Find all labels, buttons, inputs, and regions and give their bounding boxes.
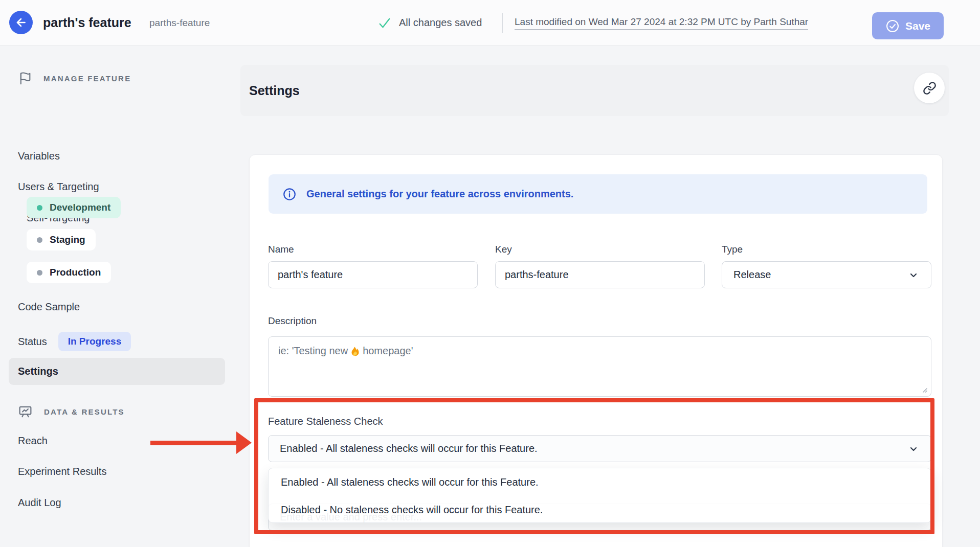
- description-textarea[interactable]: ie: 'Testing new homepage': [268, 336, 931, 397]
- sidebar-item-experiment-results[interactable]: Experiment Results: [18, 463, 106, 480]
- resize-grip-icon[interactable]: [917, 382, 929, 394]
- topbar-divider: [502, 13, 503, 33]
- sidebar-item-code-sample[interactable]: Code Sample: [18, 298, 80, 315]
- environment-label: Development: [50, 202, 110, 213]
- back-button[interactable]: [9, 11, 33, 34]
- sidebar-item-audit-log[interactable]: Audit Log: [18, 494, 61, 511]
- staleness-select-value: Enabled - All staleness checks will occu…: [280, 443, 538, 454]
- staleness-label: Feature Staleness Check: [268, 416, 383, 427]
- data-results-section: DATA & RESULTS: [18, 404, 125, 419]
- name-label: Name: [268, 244, 294, 255]
- save-button-label: Save: [905, 20, 930, 32]
- presentation-chart-icon: [18, 404, 33, 419]
- environment-badge-staging[interactable]: Staging: [27, 229, 96, 250]
- environment-dot-icon: [37, 237, 42, 243]
- info-banner: General settings for your feature across…: [269, 174, 927, 214]
- sidebar-item-reach[interactable]: Reach: [18, 432, 48, 449]
- description-placeholder-before: ie: 'Testing new: [278, 345, 348, 357]
- copy-link-button[interactable]: [914, 73, 945, 103]
- saved-status: All changes saved: [399, 0, 482, 45]
- environment-dot-icon: [37, 270, 42, 276]
- sidebar-item-settings[interactable]: Settings: [9, 358, 225, 385]
- key-field[interactable]: [495, 261, 705, 288]
- topbar: parth's feature parths-feature All chang…: [0, 0, 980, 45]
- manage-feature-label: MANAGE FEATURE: [43, 74, 131, 83]
- description-placeholder: ie: 'Testing new homepage': [278, 345, 413, 357]
- data-results-label: DATA & RESULTS: [44, 407, 125, 416]
- circle-check-icon: [885, 19, 900, 33]
- chevron-down-icon: [907, 269, 920, 281]
- staleness-select[interactable]: Enabled - All staleness checks will occu…: [268, 435, 931, 462]
- sidebar-item-users-targeting[interactable]: Users & Targeting: [18, 178, 99, 195]
- flag-icon: [18, 71, 32, 85]
- main-content: Settings General settings for your featu…: [240, 45, 980, 547]
- flame-icon: [350, 345, 361, 357]
- settings-header-panel: Settings: [240, 65, 949, 116]
- type-select-value: Release: [733, 269, 771, 281]
- environment-badge-production[interactable]: Production: [27, 262, 111, 283]
- status-badge[interactable]: In Progress: [58, 332, 131, 351]
- environment-label: Production: [50, 267, 101, 278]
- type-label: Type: [722, 244, 743, 255]
- info-icon: [282, 187, 297, 201]
- feature-key: parths-feature: [149, 0, 210, 45]
- staleness-dropdown-menu: Enabled - All staleness checks will occu…: [268, 468, 931, 523]
- last-modified[interactable]: Last modified on Wed Mar 27 2024 at 2:32…: [515, 0, 808, 45]
- staleness-option-disabled[interactable]: Disabled - No staleness checks will occu…: [269, 496, 931, 523]
- staleness-option-enabled[interactable]: Enabled - All staleness checks will occu…: [269, 468, 931, 496]
- key-label: Key: [495, 244, 512, 255]
- sidebar: MANAGE FEATURE Variables Users & Targeti…: [0, 45, 240, 547]
- sidebar-item-variables[interactable]: Variables: [18, 147, 60, 165]
- link-icon: [923, 81, 937, 95]
- description-placeholder-after: homepage': [363, 345, 413, 357]
- settings-panel-title: Settings: [249, 65, 300, 116]
- last-modified-text: Last modified on Wed Mar 27 2024 at 2:32…: [515, 16, 808, 30]
- environment-dot-icon: [37, 205, 42, 211]
- type-select[interactable]: Release: [722, 261, 931, 288]
- settings-card: General settings for your feature across…: [249, 154, 943, 547]
- check-icon: [377, 16, 392, 30]
- page-title: parth's feature: [43, 0, 131, 45]
- chevron-down-icon: [907, 443, 920, 455]
- status-label: Status: [18, 336, 47, 348]
- status-row: Status In Progress: [18, 331, 131, 352]
- manage-feature-section: MANAGE FEATURE: [18, 71, 131, 85]
- environment-badge-development[interactable]: Development: [27, 197, 121, 218]
- description-label: Description: [268, 315, 317, 327]
- name-field[interactable]: [268, 261, 478, 288]
- environment-label: Staging: [50, 234, 85, 245]
- arrow-left-icon: [14, 16, 28, 29]
- save-button[interactable]: Save: [872, 12, 944, 39]
- info-banner-text: General settings for your feature across…: [306, 188, 573, 200]
